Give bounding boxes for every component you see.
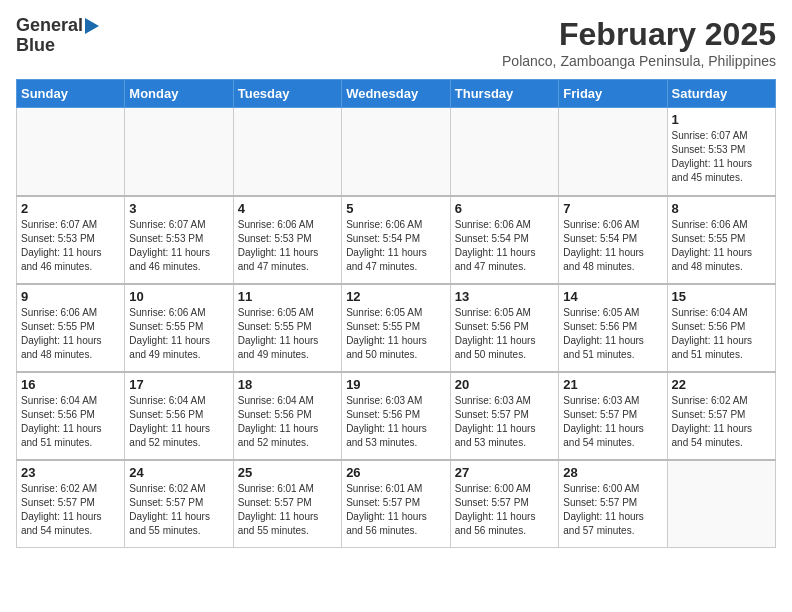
day-number: 1 (672, 112, 771, 127)
calendar-header-row: SundayMondayTuesdayWednesdayThursdayFrid… (17, 80, 776, 108)
day-number: 5 (346, 201, 446, 216)
logo-text-blue: Blue (16, 36, 55, 56)
calendar-cell: 24Sunrise: 6:02 AM Sunset: 5:57 PM Dayli… (125, 460, 233, 548)
calendar-week-row: 23Sunrise: 6:02 AM Sunset: 5:57 PM Dayli… (17, 460, 776, 548)
weekday-header: Sunday (17, 80, 125, 108)
day-number: 17 (129, 377, 228, 392)
day-info: Sunrise: 6:06 AM Sunset: 5:54 PM Dayligh… (346, 218, 446, 274)
weekday-header: Wednesday (342, 80, 451, 108)
calendar-cell: 2Sunrise: 6:07 AM Sunset: 5:53 PM Daylig… (17, 196, 125, 284)
day-number: 23 (21, 465, 120, 480)
day-info: Sunrise: 6:06 AM Sunset: 5:55 PM Dayligh… (21, 306, 120, 362)
page-header: General Blue February 2025 Polanco, Zamb… (16, 16, 776, 69)
day-info: Sunrise: 6:05 AM Sunset: 5:56 PM Dayligh… (455, 306, 554, 362)
day-number: 18 (238, 377, 337, 392)
calendar-cell: 22Sunrise: 6:02 AM Sunset: 5:57 PM Dayli… (667, 372, 775, 460)
logo-arrow-icon (85, 18, 99, 34)
calendar-cell: 14Sunrise: 6:05 AM Sunset: 5:56 PM Dayli… (559, 284, 667, 372)
calendar-cell: 12Sunrise: 6:05 AM Sunset: 5:55 PM Dayli… (342, 284, 451, 372)
calendar-cell: 21Sunrise: 6:03 AM Sunset: 5:57 PM Dayli… (559, 372, 667, 460)
day-number: 28 (563, 465, 662, 480)
calendar-table: SundayMondayTuesdayWednesdayThursdayFrid… (16, 79, 776, 548)
day-number: 4 (238, 201, 337, 216)
day-info: Sunrise: 6:05 AM Sunset: 5:56 PM Dayligh… (563, 306, 662, 362)
day-number: 20 (455, 377, 554, 392)
calendar-cell: 16Sunrise: 6:04 AM Sunset: 5:56 PM Dayli… (17, 372, 125, 460)
calendar-cell: 4Sunrise: 6:06 AM Sunset: 5:53 PM Daylig… (233, 196, 341, 284)
calendar-cell: 13Sunrise: 6:05 AM Sunset: 5:56 PM Dayli… (450, 284, 558, 372)
day-info: Sunrise: 6:07 AM Sunset: 5:53 PM Dayligh… (672, 129, 771, 185)
day-number: 21 (563, 377, 662, 392)
day-info: Sunrise: 6:03 AM Sunset: 5:57 PM Dayligh… (455, 394, 554, 450)
day-info: Sunrise: 6:05 AM Sunset: 5:55 PM Dayligh… (346, 306, 446, 362)
logo-text-general: General (16, 16, 83, 36)
month-title: February 2025 (502, 16, 776, 53)
day-info: Sunrise: 6:00 AM Sunset: 5:57 PM Dayligh… (563, 482, 662, 538)
logo: General Blue (16, 16, 99, 56)
calendar-cell (233, 108, 341, 196)
weekday-header: Thursday (450, 80, 558, 108)
calendar-cell: 28Sunrise: 6:00 AM Sunset: 5:57 PM Dayli… (559, 460, 667, 548)
day-number: 8 (672, 201, 771, 216)
calendar-cell: 26Sunrise: 6:01 AM Sunset: 5:57 PM Dayli… (342, 460, 451, 548)
day-info: Sunrise: 6:06 AM Sunset: 5:54 PM Dayligh… (455, 218, 554, 274)
calendar-cell: 25Sunrise: 6:01 AM Sunset: 5:57 PM Dayli… (233, 460, 341, 548)
calendar-cell: 11Sunrise: 6:05 AM Sunset: 5:55 PM Dayli… (233, 284, 341, 372)
day-info: Sunrise: 6:05 AM Sunset: 5:55 PM Dayligh… (238, 306, 337, 362)
calendar-cell (450, 108, 558, 196)
calendar-cell: 10Sunrise: 6:06 AM Sunset: 5:55 PM Dayli… (125, 284, 233, 372)
day-info: Sunrise: 6:03 AM Sunset: 5:57 PM Dayligh… (563, 394, 662, 450)
weekday-header: Monday (125, 80, 233, 108)
day-number: 3 (129, 201, 228, 216)
day-info: Sunrise: 6:00 AM Sunset: 5:57 PM Dayligh… (455, 482, 554, 538)
day-number: 16 (21, 377, 120, 392)
location-text: Polanco, Zamboanga Peninsula, Philippine… (502, 53, 776, 69)
day-info: Sunrise: 6:06 AM Sunset: 5:54 PM Dayligh… (563, 218, 662, 274)
day-number: 14 (563, 289, 662, 304)
day-number: 9 (21, 289, 120, 304)
day-info: Sunrise: 6:07 AM Sunset: 5:53 PM Dayligh… (21, 218, 120, 274)
calendar-cell: 23Sunrise: 6:02 AM Sunset: 5:57 PM Dayli… (17, 460, 125, 548)
day-info: Sunrise: 6:04 AM Sunset: 5:56 PM Dayligh… (238, 394, 337, 450)
day-number: 7 (563, 201, 662, 216)
calendar-cell (342, 108, 451, 196)
day-info: Sunrise: 6:02 AM Sunset: 5:57 PM Dayligh… (21, 482, 120, 538)
day-number: 22 (672, 377, 771, 392)
day-number: 15 (672, 289, 771, 304)
day-number: 25 (238, 465, 337, 480)
calendar-cell: 7Sunrise: 6:06 AM Sunset: 5:54 PM Daylig… (559, 196, 667, 284)
calendar-cell (667, 460, 775, 548)
day-info: Sunrise: 6:02 AM Sunset: 5:57 PM Dayligh… (672, 394, 771, 450)
day-info: Sunrise: 6:01 AM Sunset: 5:57 PM Dayligh… (238, 482, 337, 538)
weekday-header: Saturday (667, 80, 775, 108)
day-number: 2 (21, 201, 120, 216)
calendar-cell (125, 108, 233, 196)
calendar-cell: 6Sunrise: 6:06 AM Sunset: 5:54 PM Daylig… (450, 196, 558, 284)
calendar-week-row: 1Sunrise: 6:07 AM Sunset: 5:53 PM Daylig… (17, 108, 776, 196)
calendar-cell (17, 108, 125, 196)
title-block: February 2025 Polanco, Zamboanga Peninsu… (502, 16, 776, 69)
day-number: 27 (455, 465, 554, 480)
day-info: Sunrise: 6:01 AM Sunset: 5:57 PM Dayligh… (346, 482, 446, 538)
day-info: Sunrise: 6:04 AM Sunset: 5:56 PM Dayligh… (672, 306, 771, 362)
day-number: 11 (238, 289, 337, 304)
day-info: Sunrise: 6:06 AM Sunset: 5:53 PM Dayligh… (238, 218, 337, 274)
day-info: Sunrise: 6:06 AM Sunset: 5:55 PM Dayligh… (672, 218, 771, 274)
calendar-cell: 20Sunrise: 6:03 AM Sunset: 5:57 PM Dayli… (450, 372, 558, 460)
day-number: 10 (129, 289, 228, 304)
calendar-cell: 1Sunrise: 6:07 AM Sunset: 5:53 PM Daylig… (667, 108, 775, 196)
day-number: 19 (346, 377, 446, 392)
calendar-cell: 8Sunrise: 6:06 AM Sunset: 5:55 PM Daylig… (667, 196, 775, 284)
day-info: Sunrise: 6:07 AM Sunset: 5:53 PM Dayligh… (129, 218, 228, 274)
day-number: 12 (346, 289, 446, 304)
calendar-cell: 15Sunrise: 6:04 AM Sunset: 5:56 PM Dayli… (667, 284, 775, 372)
calendar-cell: 5Sunrise: 6:06 AM Sunset: 5:54 PM Daylig… (342, 196, 451, 284)
weekday-header: Tuesday (233, 80, 341, 108)
weekday-header: Friday (559, 80, 667, 108)
calendar-cell: 18Sunrise: 6:04 AM Sunset: 5:56 PM Dayli… (233, 372, 341, 460)
calendar-week-row: 9Sunrise: 6:06 AM Sunset: 5:55 PM Daylig… (17, 284, 776, 372)
calendar-cell: 3Sunrise: 6:07 AM Sunset: 5:53 PM Daylig… (125, 196, 233, 284)
calendar-week-row: 2Sunrise: 6:07 AM Sunset: 5:53 PM Daylig… (17, 196, 776, 284)
calendar-week-row: 16Sunrise: 6:04 AM Sunset: 5:56 PM Dayli… (17, 372, 776, 460)
day-info: Sunrise: 6:06 AM Sunset: 5:55 PM Dayligh… (129, 306, 228, 362)
